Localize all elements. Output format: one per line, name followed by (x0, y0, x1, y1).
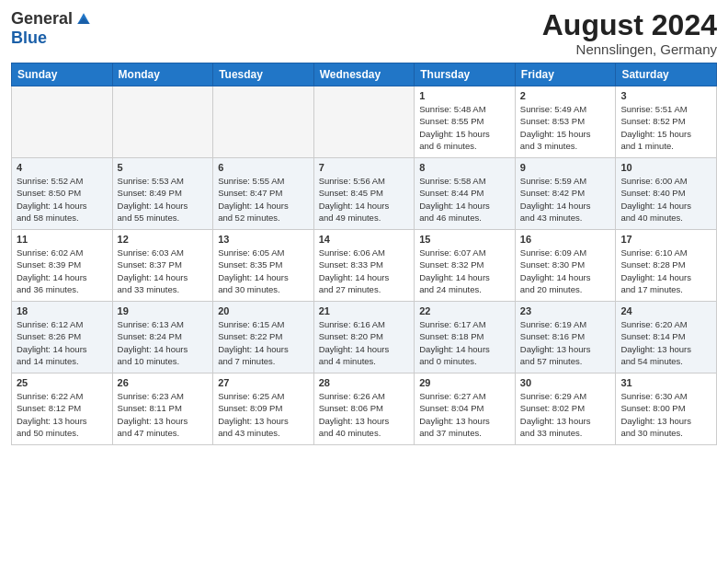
day-info: Sunrise: 5:51 AM Sunset: 8:52 PM Dayligh… (620, 103, 711, 152)
day-info: Sunrise: 6:22 AM Sunset: 8:12 PM Dayligh… (17, 390, 108, 439)
day-info: Sunrise: 6:06 AM Sunset: 8:33 PM Dayligh… (319, 247, 410, 295)
logo-text: General (11, 9, 93, 29)
calendar-cell: 3Sunrise: 5:51 AM Sunset: 8:52 PM Daylig… (616, 86, 717, 158)
calendar-cell: 27Sunrise: 6:25 AM Sunset: 8:09 PM Dayli… (213, 373, 314, 445)
day-info: Sunrise: 6:17 AM Sunset: 8:18 PM Dayligh… (419, 318, 510, 367)
day-info: Sunrise: 5:52 AM Sunset: 8:50 PM Dayligh… (17, 175, 108, 224)
col-thursday: Thursday (415, 63, 516, 86)
col-monday: Monday (112, 63, 213, 86)
calendar-cell: 6Sunrise: 5:55 AM Sunset: 8:47 PM Daylig… (213, 158, 314, 230)
day-info: Sunrise: 5:56 AM Sunset: 8:45 PM Dayligh… (319, 175, 410, 224)
month-year-title: August 2024 (542, 9, 717, 41)
calendar-cell: 30Sunrise: 6:29 AM Sunset: 8:02 PM Dayli… (515, 373, 616, 445)
day-info: Sunrise: 6:29 AM Sunset: 8:02 PM Dayligh… (520, 390, 611, 439)
col-tuesday: Tuesday (213, 63, 314, 86)
calendar-table: Sunday Monday Tuesday Wednesday Thursday… (11, 63, 717, 445)
day-info: Sunrise: 6:07 AM Sunset: 8:32 PM Dayligh… (419, 247, 510, 295)
day-number: 7 (319, 162, 410, 173)
day-number: 24 (620, 305, 711, 316)
day-number: 2 (520, 90, 611, 101)
day-info: Sunrise: 5:48 AM Sunset: 8:55 PM Dayligh… (419, 103, 510, 152)
header-row: Sunday Monday Tuesday Wednesday Thursday… (12, 63, 717, 86)
col-wednesday: Wednesday (313, 63, 415, 86)
day-number: 30 (520, 377, 611, 388)
location-subtitle: Nennslingen, Germany (542, 41, 717, 57)
day-info: Sunrise: 5:53 AM Sunset: 8:49 PM Dayligh… (118, 175, 209, 224)
day-number: 19 (118, 305, 209, 316)
day-number: 25 (17, 377, 108, 388)
calendar-cell: 22Sunrise: 6:17 AM Sunset: 8:18 PM Dayli… (415, 302, 516, 373)
day-info: Sunrise: 6:15 AM Sunset: 8:22 PM Dayligh… (218, 318, 309, 367)
day-number: 1 (419, 90, 510, 101)
calendar-cell: 9Sunrise: 5:59 AM Sunset: 8:42 PM Daylig… (515, 158, 616, 230)
day-number: 13 (218, 234, 309, 245)
col-friday: Friday (515, 63, 616, 86)
day-number: 14 (319, 234, 410, 245)
calendar-cell: 13Sunrise: 6:05 AM Sunset: 8:35 PM Dayli… (213, 230, 314, 302)
day-info: Sunrise: 6:02 AM Sunset: 8:39 PM Dayligh… (17, 247, 108, 295)
day-number: 15 (419, 234, 510, 245)
calendar-cell (112, 86, 213, 158)
calendar-cell: 10Sunrise: 6:00 AM Sunset: 8:40 PM Dayli… (616, 158, 717, 230)
title-section: August 2024 Nennslingen, Germany (542, 9, 717, 57)
day-number: 20 (218, 305, 309, 316)
day-info: Sunrise: 6:13 AM Sunset: 8:24 PM Dayligh… (118, 318, 209, 367)
day-number: 17 (620, 234, 711, 245)
day-info: Sunrise: 6:25 AM Sunset: 8:09 PM Dayligh… (218, 390, 309, 439)
calendar-cell: 19Sunrise: 6:13 AM Sunset: 8:24 PM Dayli… (112, 302, 213, 373)
calendar-cell: 11Sunrise: 6:02 AM Sunset: 8:39 PM Dayli… (12, 230, 113, 302)
header: General Blue August 2024 Nennslingen, Ge… (11, 9, 717, 57)
calendar-cell: 2Sunrise: 5:49 AM Sunset: 8:53 PM Daylig… (515, 86, 616, 158)
logo-general: General (11, 9, 73, 29)
table-row: 18Sunrise: 6:12 AM Sunset: 8:26 PM Dayli… (12, 302, 717, 373)
day-info: Sunrise: 6:19 AM Sunset: 8:16 PM Dayligh… (520, 318, 611, 367)
day-info: Sunrise: 6:26 AM Sunset: 8:06 PM Dayligh… (319, 390, 410, 439)
day-info: Sunrise: 6:12 AM Sunset: 8:26 PM Dayligh… (17, 318, 108, 367)
day-info: Sunrise: 6:27 AM Sunset: 8:04 PM Dayligh… (419, 390, 510, 439)
table-row: 25Sunrise: 6:22 AM Sunset: 8:12 PM Dayli… (12, 373, 717, 445)
day-info: Sunrise: 6:00 AM Sunset: 8:40 PM Dayligh… (620, 175, 711, 224)
table-row: 1Sunrise: 5:48 AM Sunset: 8:55 PM Daylig… (12, 86, 717, 158)
day-info: Sunrise: 6:30 AM Sunset: 8:00 PM Dayligh… (620, 390, 711, 439)
day-number: 28 (319, 377, 410, 388)
day-number: 29 (419, 377, 510, 388)
table-row: 4Sunrise: 5:52 AM Sunset: 8:50 PM Daylig… (12, 158, 717, 230)
day-number: 27 (218, 377, 309, 388)
day-number: 31 (620, 377, 711, 388)
day-info: Sunrise: 6:23 AM Sunset: 8:11 PM Dayligh… (118, 390, 209, 439)
day-info: Sunrise: 5:59 AM Sunset: 8:42 PM Dayligh… (520, 175, 611, 224)
calendar-cell: 18Sunrise: 6:12 AM Sunset: 8:26 PM Dayli… (12, 302, 113, 373)
day-number: 6 (218, 162, 309, 173)
day-number: 3 (620, 90, 711, 101)
col-saturday: Saturday (616, 63, 717, 86)
day-number: 5 (118, 162, 209, 173)
calendar-cell: 23Sunrise: 6:19 AM Sunset: 8:16 PM Dayli… (515, 302, 616, 373)
day-number: 16 (520, 234, 611, 245)
day-number: 4 (17, 162, 108, 173)
day-number: 26 (118, 377, 209, 388)
day-number: 22 (419, 305, 510, 316)
day-info: Sunrise: 6:16 AM Sunset: 8:20 PM Dayligh… (319, 318, 410, 367)
calendar-cell: 8Sunrise: 5:58 AM Sunset: 8:44 PM Daylig… (415, 158, 516, 230)
calendar-cell: 5Sunrise: 5:53 AM Sunset: 8:49 PM Daylig… (112, 158, 213, 230)
page-container: General Blue August 2024 Nennslingen, Ge… (0, 0, 728, 453)
table-row: 11Sunrise: 6:02 AM Sunset: 8:39 PM Dayli… (12, 230, 717, 302)
day-number: 18 (17, 305, 108, 316)
day-info: Sunrise: 6:09 AM Sunset: 8:30 PM Dayligh… (520, 247, 611, 295)
calendar-cell (213, 86, 314, 158)
day-info: Sunrise: 5:49 AM Sunset: 8:53 PM Dayligh… (520, 103, 611, 152)
logo-icon (74, 10, 93, 29)
calendar-cell: 25Sunrise: 6:22 AM Sunset: 8:12 PM Dayli… (12, 373, 113, 445)
day-info: Sunrise: 6:03 AM Sunset: 8:37 PM Dayligh… (118, 247, 209, 295)
calendar-cell: 14Sunrise: 6:06 AM Sunset: 8:33 PM Dayli… (313, 230, 415, 302)
calendar-cell: 31Sunrise: 6:30 AM Sunset: 8:00 PM Dayli… (616, 373, 717, 445)
day-number: 8 (419, 162, 510, 173)
calendar-cell: 7Sunrise: 5:56 AM Sunset: 8:45 PM Daylig… (313, 158, 415, 230)
calendar-cell: 15Sunrise: 6:07 AM Sunset: 8:32 PM Dayli… (415, 230, 516, 302)
day-number: 10 (620, 162, 711, 173)
logo-blue: Blue (11, 29, 47, 48)
calendar-cell: 24Sunrise: 6:20 AM Sunset: 8:14 PM Dayli… (616, 302, 717, 373)
calendar-cell (313, 86, 415, 158)
calendar-cell: 17Sunrise: 6:10 AM Sunset: 8:28 PM Dayli… (616, 230, 717, 302)
calendar-cell: 1Sunrise: 5:48 AM Sunset: 8:55 PM Daylig… (415, 86, 516, 158)
